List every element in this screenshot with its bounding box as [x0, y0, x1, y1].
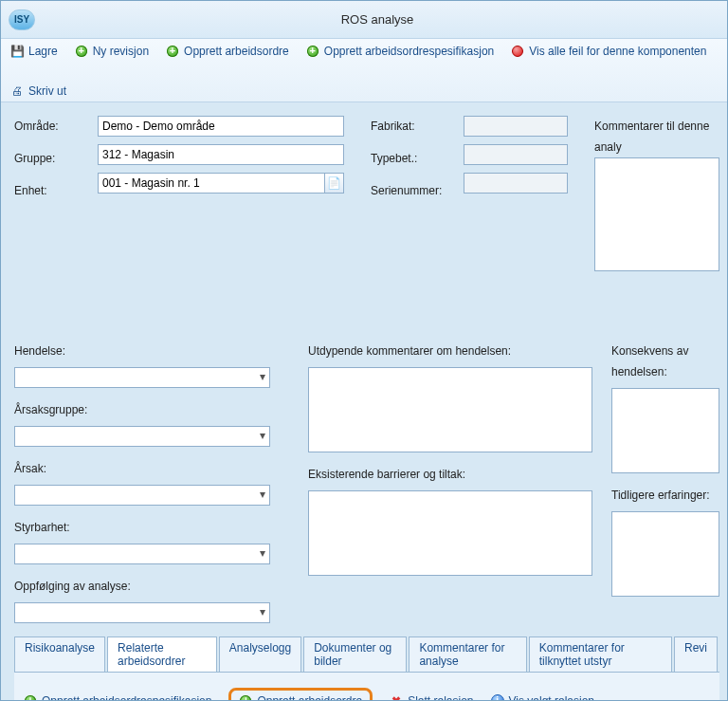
konsekvens-textarea[interactable] [611, 388, 719, 473]
main-toolbar: Lagre Ny revisjon Opprett arbeidsordre O… [1, 39, 727, 102]
panel-show-selected-button[interactable]: Vis valgt relasjon [491, 694, 595, 701]
add-icon [306, 45, 319, 58]
print-icon [10, 84, 24, 98]
hendelse-dropdown[interactable] [14, 367, 270, 388]
label-enhet: Enhet: [14, 180, 90, 201]
highlight-annotation: Opprett arbeidsordre [228, 688, 373, 701]
add-icon [24, 694, 37, 701]
label-gruppe: Gruppe: [14, 148, 90, 169]
label-eksisterende: Eksisterende barrierer og tiltak: [308, 464, 592, 485]
create-workorder-spec-label: Opprett arbeidsordrespesifikasjon [324, 45, 494, 58]
new-revision-button[interactable]: Ny revisjon [75, 45, 149, 58]
label-konsekvens: Konsekvens av hendelsen: [611, 341, 719, 382]
label-serienummer: Serienummer: [371, 180, 456, 201]
delete-icon [390, 694, 403, 701]
panel-create-workorder-button[interactable]: Opprett arbeidsordre [239, 694, 362, 701]
label-arsaksgruppe: Årsaksgruppe: [14, 399, 289, 420]
label-typebet: Typebet.: [371, 148, 456, 169]
tab-revi[interactable]: Revi [674, 636, 718, 672]
panel-create-spec-label: Opprett arbeidsordrespesifikasjon [42, 694, 211, 701]
label-tidligere: Tidligere erfaringer: [611, 485, 719, 506]
label-omrade: Område: [14, 116, 90, 137]
create-workorder-label: Opprett arbeidsordre [184, 45, 289, 58]
label-utdypende: Utdypende kommentarer om hendelsen: [308, 341, 592, 361]
save-label: Lagre [28, 45, 58, 58]
panel-create-wo-label: Opprett arbeidsordre [257, 694, 362, 701]
styrbarhet-dropdown[interactable] [14, 544, 270, 564]
app-logo: ISY [9, 9, 35, 30]
tab-kommentarer-analyse[interactable]: Kommentarer for analyse [409, 636, 526, 672]
show-all-errors-button[interactable]: Vis alle feil for denne komponenten [511, 45, 706, 58]
tab-dokumenter-og-bilder[interactable]: Dokumenter og bilder [303, 636, 407, 672]
add-icon [239, 694, 252, 701]
label-oppfolging: Oppfølging av analyse: [14, 576, 289, 597]
show-all-errors-label: Vis alle feil for denne komponenten [529, 45, 706, 58]
save-button[interactable]: Lagre [10, 45, 58, 58]
tab-panel: Opprett arbeidsordrespesifikasjon Oppret… [14, 672, 719, 701]
panel-delete-rel-label: Slett relasjon [408, 694, 473, 701]
create-workorder-spec-button[interactable]: Opprett arbeidsordrespesifikasjon [306, 45, 494, 58]
label-fabrikat: Fabrikat: [371, 116, 456, 137]
panel-toolbar: Opprett arbeidsordrespesifikasjon Oppret… [20, 682, 714, 701]
oppfolging-dropdown[interactable] [14, 602, 270, 623]
bug-icon [511, 45, 524, 58]
typebet-field [464, 144, 568, 165]
section-analysis: Hendelse: Årsaksgruppe: Årsak: Styrbarhe… [14, 341, 719, 623]
eksisterende-textarea[interactable] [308, 490, 592, 576]
print-button[interactable]: Skriv ut [10, 84, 66, 98]
label-arsak: Årsak: [14, 458, 289, 479]
tab-kommentarer-utstyr[interactable]: Kommentarer for tilknyttet utstyr [529, 636, 672, 672]
titlebar: ISY ROS analyse [1, 1, 727, 39]
tab-risikoanalyse[interactable]: Risikoanalyse [14, 636, 105, 672]
fabrikat-field [464, 116, 568, 137]
tab-relaterte-arbeidsordrer[interactable]: Relaterte arbeidsordrer [107, 636, 217, 672]
tab-analyselogg[interactable]: Analyselogg [219, 636, 301, 672]
enhet-field[interactable] [98, 173, 325, 194]
info-icon [491, 694, 504, 701]
panel-show-sel-label: Vis valgt relasjon [509, 694, 595, 701]
new-revision-label: Ny revisjon [93, 45, 149, 58]
document-icon [328, 176, 341, 190]
serienummer-field [464, 173, 568, 194]
omrade-field[interactable] [98, 116, 344, 137]
label-hendelse: Hendelse: [14, 341, 289, 361]
print-label: Skriv ut [28, 84, 66, 98]
label-kommentarer-analyse: Kommentarer til denne analy [594, 116, 719, 157]
panel-create-spec-button[interactable]: Opprett arbeidsordrespesifikasjon [24, 694, 211, 701]
kommentarer-analyse-textarea[interactable] [594, 157, 719, 271]
content-area: Område: Gruppe: Enhet: Fabrikat: Typebet… [1, 102, 727, 701]
window-title: ROS analyse [35, 12, 719, 27]
add-icon [166, 45, 179, 58]
add-icon [75, 45, 88, 58]
create-workorder-button[interactable]: Opprett arbeidsordre [166, 45, 289, 58]
form-top: Område: Gruppe: Enhet: Fabrikat: Typebet… [14, 116, 719, 274]
tidligere-textarea[interactable] [611, 511, 719, 597]
panel-delete-relation-button[interactable]: Slett relasjon [390, 694, 473, 701]
label-styrbarhet: Styrbarhet: [14, 517, 289, 538]
enhet-lookup-button[interactable] [325, 173, 344, 194]
tabstrip: Risikoanalyse Relaterte arbeidsordrer An… [14, 636, 719, 672]
arsak-dropdown[interactable] [14, 485, 270, 506]
gruppe-field[interactable] [98, 144, 344, 165]
utdypende-textarea[interactable] [308, 367, 592, 452]
save-icon [10, 45, 24, 58]
arsaksgruppe-dropdown[interactable] [14, 426, 270, 447]
